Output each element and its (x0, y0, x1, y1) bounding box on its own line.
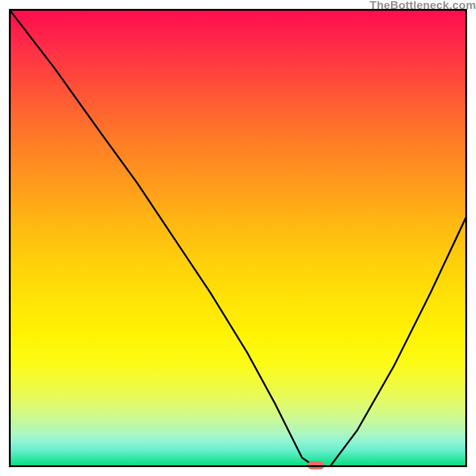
plot-area (9, 9, 467, 467)
watermark-text: TheBottleneck.com (369, 0, 476, 12)
chart-container: TheBottleneck.com (0, 0, 476, 476)
optimal-point-marker (308, 461, 324, 469)
heat-gradient-background (9, 9, 467, 467)
